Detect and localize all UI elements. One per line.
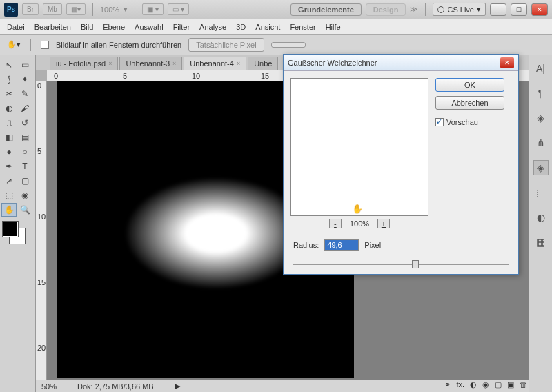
blur-tool-icon[interactable]: ● (1, 145, 17, 159)
swatches-panel-icon[interactable]: ▦ (533, 235, 549, 250)
tab-fotolia[interactable]: iu - Fotolia.psd× (50, 57, 118, 70)
type-tool-icon[interactable]: T (17, 159, 32, 173)
nav-panel-icon[interactable]: ⬚ (533, 185, 549, 200)
tab-unbenannt-3[interactable]: Unbenannt-3× (119, 57, 182, 70)
eraser-tool-icon[interactable]: ◧ (1, 130, 17, 144)
menu-hilfe[interactable]: Hilfe (326, 23, 341, 31)
zoom-status[interactable]: 50% (41, 382, 57, 391)
layers-panel-icon[interactable]: ◈ (533, 160, 549, 175)
foreground-swatch[interactable] (3, 222, 18, 237)
menu-bild[interactable]: Bild (81, 23, 93, 31)
cancel-button[interactable]: Abbrechen (435, 96, 504, 110)
zoom-tool-icon[interactable]: 🔍 (17, 203, 32, 217)
workspace-grundelemente[interactable]: Grundelemente (290, 3, 362, 16)
stamp-tool-icon[interactable]: ⎍ (1, 116, 17, 130)
menu-filter[interactable]: Filter (173, 23, 190, 31)
slider-thumb[interactable] (412, 260, 419, 268)
radius-slider[interactable] (293, 259, 509, 270)
close-icon[interactable]: × (172, 60, 176, 67)
hand-tool-icon[interactable]: ✋ (1, 203, 17, 217)
color-swatches[interactable] (3, 222, 32, 244)
radius-label: Radius: (293, 241, 319, 249)
move-tool-icon[interactable]: ↖ (1, 58, 17, 72)
paragraph-panel-icon[interactable]: ¶ (533, 86, 549, 101)
dropdown-icon[interactable]: ▾ (124, 5, 128, 14)
fx-icon[interactable]: fx. (456, 380, 464, 389)
slider-track (293, 264, 509, 265)
cs-live-button[interactable]: CS Live▾ (433, 3, 486, 16)
status-arrow-icon[interactable]: ▶ (175, 382, 180, 391)
maximize-button[interactable]: ☐ (511, 3, 527, 16)
menu-fenster[interactable]: Fenster (290, 23, 315, 31)
tab-unbenannt-4[interactable]: Unbenannt-4× (184, 57, 246, 70)
magic-wand-icon[interactable]: ✦ (17, 72, 32, 86)
zoom-in-button[interactable]: + (377, 219, 390, 228)
workspace-more-icon[interactable]: ≫ (410, 5, 418, 14)
color-panel-icon[interactable]: ◐ (533, 210, 549, 225)
dialog-titlebar[interactable]: Gaußscher Weichzeichner ✕ (284, 55, 518, 71)
minimize-button[interactable]: — (490, 3, 506, 16)
fit-screen-button[interactable] (271, 42, 306, 48)
3d-tool-icon[interactable]: ⬚ (1, 188, 17, 202)
dialog-close-button[interactable]: ✕ (500, 57, 514, 68)
vertical-ruler[interactable]: 05101520 (36, 81, 47, 380)
arrange-docs-icon[interactable]: ▣ ▾ (142, 3, 164, 15)
menu-3d[interactable]: 3D (236, 23, 246, 31)
brush-tool-icon[interactable]: 🖌 (17, 101, 32, 115)
menu-analyse[interactable]: Analyse (199, 23, 226, 31)
menu-ebene[interactable]: Ebene (103, 23, 125, 31)
brush-panel-icon[interactable]: ⋔ (533, 135, 549, 150)
shape-tool-icon[interactable]: ▢ (17, 174, 32, 188)
menu-auswahl[interactable]: Auswahl (135, 23, 164, 31)
preview-zoom: 100% (350, 219, 369, 228)
marquee-tool-icon[interactable]: ▭ (17, 58, 32, 72)
radius-unit: Pixel (364, 241, 381, 249)
preview-label: Vorschau (446, 118, 478, 126)
screen-mode-2-icon[interactable]: ▭ ▾ (168, 3, 189, 15)
pen-tool-icon[interactable]: ✒ (1, 159, 17, 173)
options-bar: ✋▾ Bildlauf in allen Fenstern durchführe… (0, 35, 552, 55)
radius-input[interactable] (324, 239, 359, 251)
folder-icon[interactable]: ▢ (495, 380, 502, 389)
actual-pixels-button[interactable]: Tatsächliche Pixel (188, 38, 264, 52)
healing-brush-icon[interactable]: ◐ (1, 101, 17, 115)
dialog-title: Gaußscher Weichzeichner (288, 59, 500, 67)
new-layer-icon[interactable]: ▣ (507, 380, 514, 389)
preview-box[interactable] (290, 78, 428, 216)
tab-unbe[interactable]: Unbe (248, 57, 278, 70)
hand-tool-icon[interactable]: ✋▾ (7, 40, 21, 49)
zoom-level[interactable]: 100% (100, 6, 119, 14)
crop-tool-icon[interactable]: ✂ (1, 87, 17, 101)
gradient-tool-icon[interactable]: ▤ (17, 130, 32, 144)
close-button[interactable]: ✕ (531, 3, 548, 16)
ok-button[interactable]: OK (435, 78, 504, 92)
right-panel: A| ¶ ◈ ⋔ ◈ ⬚ ◐ ▦ (529, 55, 552, 392)
trash-icon[interactable]: 🗑 (520, 380, 527, 389)
styles-panel-icon[interactable]: ◈ (533, 110, 549, 126)
separator (425, 3, 426, 16)
mb-icon[interactable]: Mb (43, 3, 62, 15)
workspace-design[interactable]: Design (366, 3, 406, 16)
menu-bearbeiten[interactable]: Bearbeiten (34, 23, 71, 31)
menu-datei[interactable]: Datei (7, 23, 25, 31)
history-brush-icon[interactable]: ↺ (17, 116, 32, 130)
lasso-tool-icon[interactable]: ⟆ (1, 72, 17, 86)
close-icon[interactable]: × (237, 60, 240, 67)
zoom-out-button[interactable]: - (329, 219, 342, 228)
3d-camera-icon[interactable]: ◉ (17, 188, 32, 202)
menu-bar: Datei Bearbeiten Bild Ebene Auswahl Filt… (0, 19, 552, 35)
eyedropper-icon[interactable]: ✎ (17, 87, 32, 101)
close-icon[interactable]: × (108, 60, 112, 67)
menu-ansicht[interactable]: Ansicht (255, 23, 280, 31)
mini-bridge-icon[interactable]: Br (22, 3, 39, 15)
path-select-icon[interactable]: ↗ (1, 174, 17, 188)
adjustment-icon[interactable]: ◉ (482, 380, 489, 389)
screen-mode-icon[interactable]: ▦▾ (66, 3, 86, 15)
mask-icon[interactable]: ◐ (470, 380, 477, 389)
preview-checkbox[interactable] (435, 118, 444, 126)
type-panel-icon[interactable]: A| (533, 61, 549, 76)
dodge-tool-icon[interactable]: ○ (17, 145, 32, 159)
link-icon[interactable]: ⚭ (444, 380, 451, 389)
scroll-all-checkbox[interactable] (41, 41, 49, 49)
doc-size-status[interactable]: Dok: 2,75 MB/3,66 MB (77, 382, 154, 391)
